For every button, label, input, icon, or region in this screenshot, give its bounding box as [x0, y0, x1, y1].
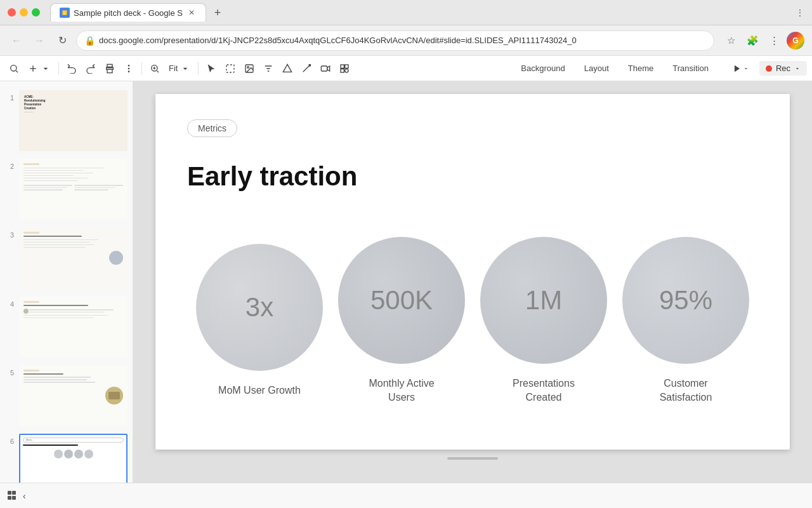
slide-canvas[interactable]: Metrics Early traction 3x MoM User Growt…: [155, 94, 790, 450]
zoom-button[interactable]: [146, 60, 164, 77]
tab-close-button[interactable]: ✕: [187, 8, 197, 18]
insert-shape-button[interactable]: [278, 60, 296, 77]
print-button[interactable]: [101, 60, 119, 77]
slide-thumbnail-3[interactable]: [19, 227, 128, 288]
thumb-badge-5: [23, 370, 39, 371]
svg-rect-9: [107, 69, 112, 72]
canvas-area: Metrics Early traction 3x MoM User Growt…: [133, 81, 812, 483]
metric-value-2: 1M: [525, 285, 562, 316]
present-button[interactable]: [725, 62, 757, 76]
metric-circle-3: 95%: [622, 237, 749, 364]
thumb-content-5: [23, 370, 103, 422]
selection-box-button[interactable]: [221, 60, 239, 77]
slide-item-2[interactable]: 2: [0, 155, 133, 224]
redo-button[interactable]: [82, 60, 100, 77]
svg-line-20: [303, 65, 310, 72]
browser-menu-button[interactable]: ⋮: [765, 32, 783, 50]
metrics-grid: 3x MoM User Growth 500K Monthly ActiveUs…: [187, 217, 758, 424]
thumb-badge-3: [23, 232, 39, 234]
thumb-content-4: [23, 301, 123, 353]
svg-rect-1: [63, 11, 67, 12]
slide-item-4[interactable]: 4: [0, 293, 133, 361]
transition-button[interactable]: Transition: [665, 61, 716, 76]
slide-number-1: 1: [5, 90, 14, 102]
toolbar-divider-2: [141, 62, 142, 75]
tab-favicon: [60, 8, 70, 18]
metrics-tag-container: Metrics: [187, 119, 758, 150]
metric-value-3: 95%: [659, 285, 712, 316]
transition-label: Transition: [672, 64, 709, 73]
insert-video-button[interactable]: [317, 60, 334, 77]
select-tool-button[interactable]: [202, 60, 220, 77]
slide-number-6: 6: [5, 434, 14, 445]
thumb-columns: [23, 185, 123, 191]
close-window-button[interactable]: [8, 8, 16, 17]
insert-button[interactable]: [24, 60, 55, 77]
tab-title: Sample pitch deck - Google S: [74, 8, 183, 18]
profile-avatar[interactable]: G: [787, 32, 804, 50]
layout-button[interactable]: Layout: [577, 61, 617, 76]
slide-thumbnail-2[interactable]: [19, 159, 128, 220]
metric-item-3: 95% CustomerSatisfaction: [622, 237, 749, 405]
rec-button[interactable]: Rec: [759, 61, 807, 76]
back-button[interactable]: ←: [8, 32, 25, 50]
slide-thumbnail-6[interactable]: Metrics: [19, 434, 128, 483]
theme-button[interactable]: Theme: [620, 61, 661, 76]
metric-item-2: 1M PresentationsCreated: [480, 237, 607, 405]
forward-button[interactable]: →: [30, 32, 48, 50]
bottom-bar: ‹: [0, 483, 812, 508]
svg-rect-3: [63, 14, 67, 15]
metric-label-2: PresentationsCreated: [513, 377, 575, 405]
slide-title: Early traction: [187, 161, 758, 192]
browser-frame: Sample pitch deck - Google S ✕ + ⋮ ← → ↻…: [0, 0, 812, 508]
extensions-button[interactable]: 🧩: [743, 32, 761, 50]
slide-item-1[interactable]: 1 ACME:RevolutionizingPresentationCreati…: [0, 86, 133, 155]
svg-point-11: [128, 65, 129, 65]
slide-thumbnail-5[interactable]: [19, 365, 128, 426]
svg-rect-2: [63, 13, 66, 13]
insert-line-button[interactable]: [298, 60, 315, 77]
metric-label-0: MoM User Growth: [218, 384, 301, 398]
grid-view-button[interactable]: [8, 491, 18, 501]
background-button[interactable]: Background: [513, 61, 572, 76]
scrollbar-indicator: [447, 457, 498, 460]
background-label: Background: [521, 64, 565, 73]
maximize-window-button[interactable]: [32, 8, 40, 17]
slide-item-3[interactable]: 3: [0, 224, 133, 292]
slide-thumbnail-1[interactable]: ACME:RevolutionizingPresentationCreation…: [19, 90, 128, 151]
thumb-circle-3: [109, 251, 123, 265]
slide-item-6[interactable]: 6 Metrics: [0, 430, 133, 483]
thumb-title-3: [23, 236, 82, 237]
svg-point-26: [345, 69, 348, 72]
undo-button[interactable]: [63, 60, 81, 77]
reload-button[interactable]: ↻: [53, 32, 71, 50]
tab-area: Sample pitch deck - Google S ✕ +: [50, 3, 790, 22]
new-tab-button[interactable]: +: [209, 4, 226, 22]
slides-panel: 1 ACME:RevolutionizingPresentationCreati…: [0, 81, 133, 483]
more-options-button[interactable]: [120, 60, 138, 77]
zoom-select[interactable]: Fit: [165, 60, 194, 77]
thumb-title: ACME:RevolutionizingPresentationCreation: [24, 95, 122, 110]
panel-toggle-button[interactable]: ‹: [23, 491, 26, 501]
slide-item-5[interactable]: 5: [0, 361, 133, 430]
address-input[interactable]: 🔒 docs.google.com/presentation/d/1Kj-JNC…: [76, 30, 714, 51]
thumb-lines: [23, 168, 123, 182]
minimize-window-button[interactable]: [20, 8, 28, 17]
metric-circle-1: 500K: [338, 237, 465, 364]
thumb-title-6: [23, 444, 78, 446]
thumb-tag-6: Metrics: [23, 438, 124, 443]
slide-thumbnail-4[interactable]: [19, 297, 128, 358]
search-button[interactable]: [5, 60, 23, 77]
insert-image-button[interactable]: [240, 60, 258, 77]
slides-toolbar: Fit: [0, 56, 812, 81]
insert-text-button[interactable]: [259, 60, 277, 77]
browser-tab[interactable]: Sample pitch deck - Google S ✕: [50, 3, 206, 22]
metric-value-1: 500K: [370, 285, 433, 316]
svg-rect-17: [226, 65, 234, 72]
address-text: docs.google.com/presentation/d/1Kj-JNCP2…: [99, 36, 706, 45]
bookmark-button[interactable]: ☆: [722, 32, 740, 50]
window-settings-icon[interactable]: ⋮: [796, 8, 804, 18]
svg-marker-27: [735, 65, 740, 72]
more-shapes-button[interactable]: [336, 60, 353, 77]
toolbar-divider-1: [58, 62, 59, 75]
